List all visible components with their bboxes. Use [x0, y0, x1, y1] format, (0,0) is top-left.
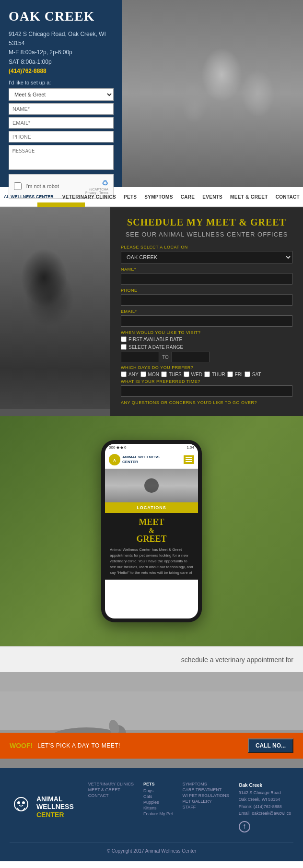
form-setup-label: I'd like to set up a: — [9, 80, 114, 85]
first-available-label: FIRST AVAILABLE DATE — [128, 337, 182, 342]
cta-woof: WOOF! — [10, 742, 33, 749]
footer-logo-icon — [10, 796, 33, 819]
nav-care[interactable]: CARE — [177, 194, 199, 200]
footer-care-treatment[interactable]: CARE TREATMENT — [183, 787, 229, 792]
mobile-section: 000 ◆ ◆ 0 1:04 A ANIMAL WELLNESS CENTER — [0, 416, 303, 646]
phone-mockup: 000 ◆ ◆ 0 1:04 A ANIMAL WELLNESS CENTER — [101, 440, 202, 622]
phone-screen: 000 ◆ ◆ 0 1:04 A ANIMAL WELLNESS CENTER — [105, 444, 198, 618]
schedule-form-panel: SCHEDULE MY MEET & GREET See Our Animal … — [110, 207, 303, 416]
hero-form-panel: OAK CREEK 9142 S Chicago Road, Oak Creek… — [0, 0, 122, 187]
phone-hamburger[interactable] — [184, 455, 194, 464]
svg-point-11 — [17, 801, 20, 804]
footer-meet-greet[interactable]: MEET & GREET — [88, 787, 134, 792]
cta-text: LET'S PICK A DAY TO MEET! — [37, 742, 120, 749]
nav-vet-clinics[interactable]: VETERINARY CLINICS — [58, 194, 120, 200]
phone-header: A ANIMAL WELLNESS CENTER — [105, 451, 198, 469]
phone-input[interactable] — [9, 131, 114, 143]
day-any[interactable] — [121, 371, 127, 377]
recaptcha-checkbox[interactable] — [14, 182, 22, 190]
nav-contact[interactable]: CONTACT — [272, 194, 303, 200]
footer-col-3: SYMPTOMS CARE TREATMENT WI PET REGULATIO… — [183, 782, 229, 832]
date-range-label: SELECT A DATE RANGE — [128, 345, 183, 350]
date-from-input[interactable] — [121, 352, 159, 362]
hero-phone[interactable]: (414)762-8888 — [9, 68, 47, 74]
day-thur-label: THUR — [212, 372, 225, 377]
footer-cats[interactable]: Cats — [143, 794, 173, 799]
meet-greet-select[interactable]: Meet & Greet — [9, 88, 114, 101]
phone-signal: 000 ◆ ◆ 0 — [109, 445, 126, 450]
phone-hero-img — [105, 469, 198, 502]
time-label: WHAT IS YOUR PREFERRED TIME? — [121, 379, 292, 384]
location-label: PLEASE SELECT A LOCATION — [121, 245, 292, 250]
date-range-group: SELECT A DATE RANGE — [121, 344, 292, 350]
footer-wi-pet-regs[interactable]: WI PET REGULATIONS — [183, 793, 229, 798]
date-range-checkbox[interactable] — [121, 344, 127, 350]
date-range-inputs: TO — [121, 352, 292, 362]
schedule-section: SCHEDULE MY MEET & GREET See Our Animal … — [0, 207, 303, 416]
footer: ANIMAL WELLNESS CENTER VETERINARY CLINIC… — [0, 768, 303, 861]
nav-meet-greet[interactable]: MEET & GREET — [226, 194, 272, 200]
footer-vet-clinics[interactable]: VETERINARY CLINICS — [88, 782, 134, 786]
navbar-links: VETERINARY CLINICS PETS SYMPTOMS CARE EV… — [58, 194, 303, 200]
recaptcha-logo: ♻ reCAPTCHAPrivacy - Terms — [85, 178, 108, 194]
sched-email-label: EMAIL* — [121, 309, 292, 314]
nav-pets[interactable]: PETS — [120, 194, 140, 200]
phone-greet-title: GREET — [110, 535, 193, 544]
cta-call-now-button[interactable]: CALL NO... — [248, 738, 293, 753]
schedule-text-section: schedule a veterinary appointment for — [0, 646, 303, 672]
footer-pet-gallery[interactable]: PET GALLERY — [183, 799, 229, 804]
sched-email-input[interactable] — [121, 315, 292, 327]
date-to-input[interactable] — [172, 352, 210, 362]
hero-title: OAK CREEK — [9, 9, 114, 24]
location-select[interactable]: OAK CREEK — [121, 251, 292, 263]
navbar-brand: AL WELLNESS CENTER — [4, 194, 54, 200]
sched-name-label: NAME* — [121, 267, 292, 272]
footer-symptoms[interactable]: SYMPTOMS — [183, 782, 229, 786]
schedule-text: schedule a veterinary appointment for — [181, 656, 293, 664]
name-input[interactable] — [9, 103, 114, 115]
day-thur[interactable] — [204, 371, 210, 377]
first-available-checkbox[interactable] — [121, 336, 127, 342]
schedule-title: SCHEDULE MY MEET & GREET — [121, 217, 292, 228]
footer-staff[interactable]: STAFF — [183, 805, 229, 809]
hero-section: OAK CREEK 9142 S Chicago Road, Oak Creek… — [0, 0, 303, 187]
email-input[interactable] — [9, 117, 114, 129]
dog-photo — [0, 207, 110, 409]
nav-events[interactable]: EVENTS — [198, 194, 226, 200]
footer-col-4: Oak Creek 9142 S Chicago Road Oak Creek,… — [239, 782, 291, 832]
footer-kittens[interactable]: Kittens — [143, 806, 173, 810]
nav-symptoms[interactable]: SYMPTOMS — [140, 194, 176, 200]
footer-feature-my-pet[interactable]: Feature My Pet — [143, 811, 173, 816]
footer-contact[interactable]: CONTACT — [88, 793, 134, 798]
day-sat-label: SAT — [252, 372, 261, 377]
footer-pets-heading: PETS — [143, 782, 173, 786]
time-input[interactable] — [121, 385, 292, 397]
phone-description: Animal Wellness Center has Meet & Greet … — [110, 547, 193, 576]
phone-locations-bar: LOCATIONS — [105, 502, 198, 513]
schedule-dog-image — [0, 207, 110, 416]
day-tues[interactable] — [161, 371, 167, 377]
footer-dogs[interactable]: Dogs — [143, 788, 173, 793]
footer-puppies[interactable]: Puppies — [143, 800, 173, 805]
visit-label: WHEN WOULD YOU LIKE TO VISIT? — [121, 330, 292, 335]
phone-logo: A ANIMAL WELLNESS CENTER — [109, 454, 160, 465]
day-sat[interactable] — [245, 371, 250, 377]
message-input[interactable] — [9, 145, 114, 170]
footer-bottom: © Copyright 2017 Animal Wellness Center — [10, 842, 293, 854]
svg-text:A: A — [113, 458, 116, 463]
day-wed[interactable] — [184, 371, 189, 377]
day-mon-label: MON — [148, 372, 159, 377]
schedule-subtitle: See Our Animal Wellness Center Offices — [121, 231, 292, 238]
awc-logo-icon: A — [111, 456, 118, 464]
phone-meet-greet-section: MEET & GREET Animal Wellness Center has … — [105, 513, 198, 580]
svg-point-12 — [22, 801, 25, 804]
day-mon[interactable] — [140, 371, 146, 377]
sched-phone-input[interactable] — [121, 294, 292, 306]
footer-cols: VETERINARY CLINICS MEET & GREET CONTACT … — [88, 782, 293, 832]
days-label: WHICH DAYS DO YOU PREFER? — [121, 365, 292, 370]
footer-top: ANIMAL WELLNESS CENTER VETERINARY CLINIC… — [10, 782, 293, 832]
day-tues-label: TUES — [169, 372, 182, 377]
day-fri[interactable] — [227, 371, 233, 377]
footer-facebook-icon[interactable]: f — [239, 821, 250, 832]
sched-name-input[interactable] — [121, 273, 292, 285]
